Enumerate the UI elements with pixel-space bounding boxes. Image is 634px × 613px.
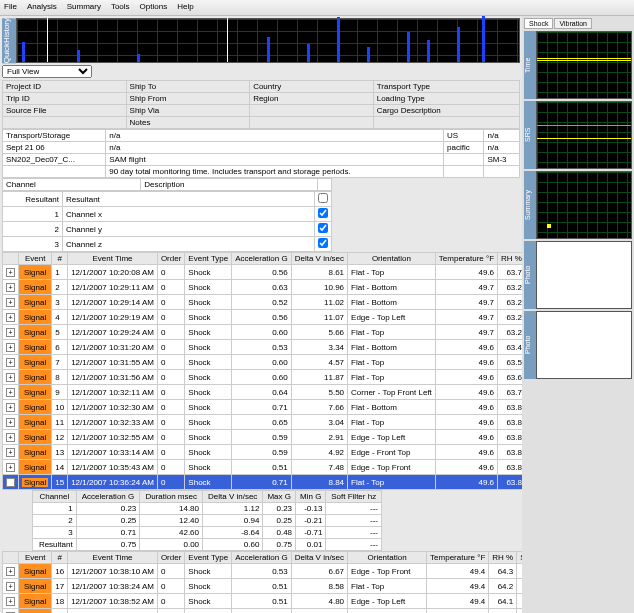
expand-icon[interactable]: + (6, 268, 15, 277)
menu-analysis[interactable]: Analysis (27, 2, 57, 13)
expand-icon[interactable]: + (6, 418, 15, 427)
channel-id: 3 (3, 237, 63, 252)
event-row[interactable]: +Signal1412/1/2007 10:35:43 AM0Shock0.51… (3, 460, 523, 475)
info-cell: US (444, 130, 484, 142)
event-col-hdr[interactable]: Order (157, 253, 184, 265)
expand-icon[interactable]: + (6, 597, 15, 606)
event-row[interactable]: +Signal312/1/2007 10:29:14 AM0Shock0.521… (3, 295, 523, 310)
meta-label: Ship From (126, 93, 250, 105)
event-col-hdr[interactable]: Event Time (68, 552, 158, 564)
event-row[interactable]: +Signal412/1/2007 10:29:19 AM0Shock0.561… (3, 310, 523, 325)
event-col-hdr[interactable]: Event (19, 253, 52, 265)
channel-table: ChannelDescription (2, 178, 332, 191)
event-row[interactable]: +Signal1112/1/2007 10:32:33 AM0Shock0.65… (3, 415, 523, 430)
event-col-hdr[interactable]: Event Type (185, 253, 232, 265)
event-row[interactable]: +Signal512/1/2007 10:29:24 AM0Shock0.605… (3, 325, 523, 340)
event-col-hdr[interactable] (3, 253, 19, 265)
expand-icon[interactable]: + (6, 343, 15, 352)
event-col-hdr[interactable]: Temperature °F (435, 253, 497, 265)
info-cell: 90 day total monitoring time. Includes t… (106, 166, 444, 178)
event-row[interactable]: +Signal1912/1/2007 10:39:31 AM0Shock0.60… (3, 609, 523, 613)
side-tab-srs[interactable]: SRS (524, 101, 536, 169)
event-col-hdr[interactable]: Event Time (68, 253, 158, 265)
expand-icon[interactable]: + (6, 403, 15, 412)
expand-icon[interactable]: + (6, 433, 15, 442)
event-col-hdr[interactable]: Orientation (348, 552, 427, 564)
meta-label: Transport Type (373, 81, 519, 93)
menu-help[interactable]: Help (177, 2, 193, 13)
event-col-hdr[interactable]: # (52, 552, 68, 564)
expand-icon[interactable]: + (6, 567, 15, 576)
event-col-hdr[interactable]: RH % (489, 552, 517, 564)
meta-label: Trip ID (3, 93, 127, 105)
photo-panel-2[interactable] (536, 311, 632, 379)
event-row[interactable]: +Signal1312/1/2007 10:33:14 AM0Shock0.59… (3, 445, 523, 460)
event-row[interactable]: +Signal112/1/2007 10:20:08 AM0Shock0.568… (3, 265, 523, 280)
event-row[interactable]: +Signal1812/1/2007 10:38:52 AM0Shock0.51… (3, 594, 523, 609)
summary-chart[interactable] (536, 171, 632, 239)
event-col-hdr[interactable] (3, 552, 19, 564)
srs-chart[interactable] (536, 101, 632, 169)
event-col-hdr[interactable]: Orientation (348, 253, 436, 265)
event-col-hdr[interactable]: Event Type (185, 552, 232, 564)
event-col-hdr[interactable]: Event (19, 552, 52, 564)
event-row[interactable]: +Signal912/1/2007 10:32:11 AM0Shock0.645… (3, 385, 523, 400)
quickhistory-tab[interactable]: QuickHistory (2, 18, 16, 63)
stat-col-hdr: Soft Filter hz (326, 491, 382, 503)
event-col-hdr[interactable]: Acceleration G (232, 253, 291, 265)
expand-icon[interactable]: + (6, 298, 15, 307)
channel-id: 1 (3, 207, 63, 222)
event-col-hdr[interactable]: # (52, 253, 68, 265)
col-description: Description (141, 179, 318, 191)
tab-shock[interactable]: Shock (524, 18, 553, 29)
channel-checkbox[interactable] (318, 208, 328, 218)
expand-icon[interactable]: + (6, 582, 15, 591)
side-tab-time[interactable]: Time (524, 31, 536, 99)
info-cell: n/a (106, 130, 444, 142)
photo-panel-1[interactable] (536, 241, 632, 309)
event-col-hdr[interactable]: Delta V in/sec (291, 552, 347, 564)
expand-icon[interactable]: + (6, 313, 15, 322)
info-cell (484, 166, 520, 178)
expand-icon[interactable]: + (6, 463, 15, 472)
menu-file[interactable]: File (4, 2, 17, 13)
side-tab-photo-2[interactable]: Photo (524, 311, 536, 379)
event-row[interactable]: +Signal1012/1/2007 10:32:30 AM0Shock0.71… (3, 400, 523, 415)
expand-icon[interactable]: + (6, 448, 15, 457)
expand-icon[interactable]: + (6, 358, 15, 367)
menu-tools[interactable]: Tools (111, 2, 130, 13)
stat-col-hdr: Delta V in/sec (203, 491, 263, 503)
expand-icon[interactable]: + (6, 328, 15, 337)
stat-col-hdr: Acceleration G (76, 491, 140, 503)
event-col-hdr[interactable]: Acceleration G (232, 552, 291, 564)
channel-checkbox[interactable] (318, 223, 328, 233)
menu-options[interactable]: Options (140, 2, 168, 13)
menu-summary[interactable]: Summary (67, 2, 101, 13)
event-row[interactable]: +Signal812/1/2007 10:31:56 AM0Shock0.601… (3, 370, 523, 385)
event-row[interactable]: +Signal712/1/2007 10:31:55 AM0Shock0.604… (3, 355, 523, 370)
expand-icon[interactable]: + (6, 283, 15, 292)
view-dropdown[interactable]: Full View (2, 65, 520, 78)
history-chart[interactable] (16, 18, 520, 63)
event-col-hdr[interactable]: Order (157, 552, 184, 564)
side-tab-photo-1[interactable]: Photo (524, 241, 536, 309)
tab-vibration[interactable]: Vibration (554, 18, 592, 29)
expand-icon[interactable]: + (6, 478, 15, 487)
event-row[interactable]: +Signal612/1/2007 10:31:20 AM0Shock0.533… (3, 340, 523, 355)
expand-icon[interactable]: + (6, 373, 15, 382)
side-tab-summary[interactable]: Summary (524, 171, 536, 239)
channel-checkbox[interactable] (318, 193, 328, 203)
event-row[interactable]: +Signal1212/1/2007 10:32:55 AM0Shock0.59… (3, 430, 523, 445)
channel-checkbox[interactable] (318, 238, 328, 248)
event-row[interactable]: +Signal212/1/2007 10:29:11 AM0Shock0.631… (3, 280, 523, 295)
event-row[interactable]: +Signal1712/1/2007 10:38:24 AM0Shock0.51… (3, 579, 523, 594)
expand-icon[interactable]: + (6, 388, 15, 397)
info-cell: n/a (106, 142, 444, 154)
event-col-hdr[interactable]: RH % (498, 253, 522, 265)
event-row[interactable]: +Signal1512/1/2007 10:36:24 AM0Shock0.71… (3, 475, 523, 490)
col-channel: Channel (3, 179, 141, 191)
time-chart[interactable] (536, 31, 632, 99)
event-col-hdr[interactable]: Temperature °F (427, 552, 489, 564)
event-col-hdr[interactable]: Delta V in/sec (291, 253, 347, 265)
event-row[interactable]: +Signal1612/1/2007 10:38:10 AM0Shock0.53… (3, 564, 523, 579)
